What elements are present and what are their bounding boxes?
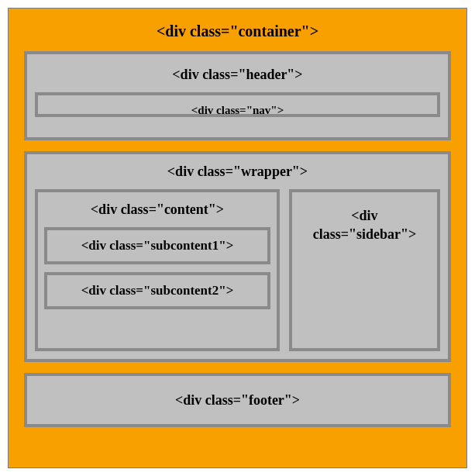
footer-label: <div class="footer"> bbox=[175, 392, 300, 409]
container-box: <div class="container"> <div class="head… bbox=[8, 8, 467, 468]
subcontent2-label: <div class="subcontent2"> bbox=[81, 283, 234, 298]
content-box: <div class="content"> <div class="subcon… bbox=[35, 189, 280, 351]
header-box: <div class="header"> <div class="nav"> bbox=[24, 51, 451, 140]
subcontent2-box: <div class="subcontent2"> bbox=[44, 272, 270, 309]
subcontent1-box: <div class="subcontent1"> bbox=[44, 227, 270, 264]
wrapper-row: <div class="content"> <div class="subcon… bbox=[35, 189, 440, 351]
wrapper-label: <div class="wrapper"> bbox=[35, 159, 440, 189]
wrapper-box: <div class="wrapper"> <div class="conten… bbox=[24, 151, 451, 362]
sidebar-label-line2: class="sidebar"> bbox=[313, 226, 417, 242]
footer-box: <div class="footer"> bbox=[24, 373, 451, 427]
header-label: <div class="header"> bbox=[35, 59, 440, 92]
subcontent1-label: <div class="subcontent1"> bbox=[81, 238, 234, 254]
container-label: <div class="container"> bbox=[24, 15, 451, 51]
nav-box: <div class="nav"> bbox=[35, 92, 440, 117]
sidebar-label: <div class="sidebar"> bbox=[313, 202, 417, 254]
nav-label: <div class="nav"> bbox=[191, 105, 284, 116]
content-label: <div class="content"> bbox=[44, 197, 270, 227]
sidebar-box: <div class="sidebar"> bbox=[289, 189, 440, 351]
sidebar-label-line1: <div bbox=[351, 208, 377, 223]
